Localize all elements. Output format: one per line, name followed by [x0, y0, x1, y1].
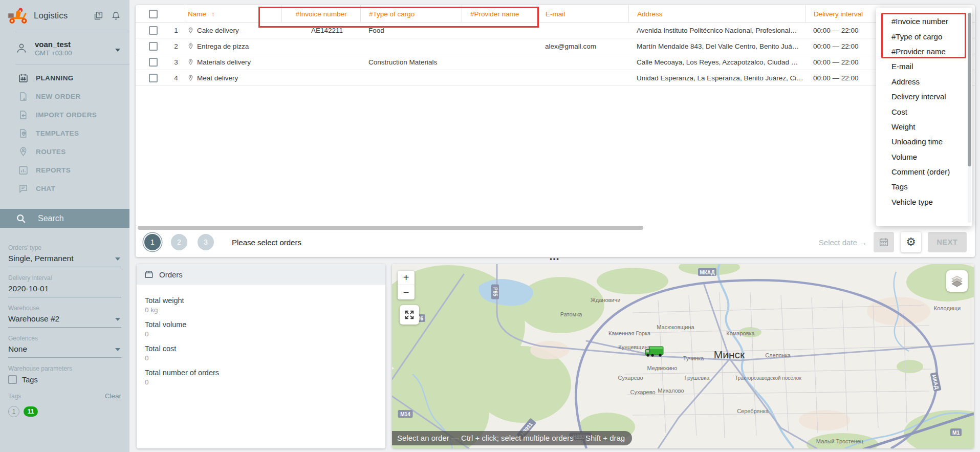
fullscreen-button[interactable] [400, 305, 419, 325]
help-faq-icon[interactable]: ? [92, 9, 105, 23]
filter-value-orders-type[interactable]: Single, Permanent [8, 251, 121, 267]
filter-selected-value: Warehouse #2 [8, 314, 59, 323]
menu-item-comment-order-[interactable]: Comment (order) [876, 164, 972, 179]
user-name: voan_test [35, 39, 72, 49]
package-icon [144, 269, 154, 279]
order-name-cell: Entrega de pizza [185, 42, 281, 50]
sidebar: Logistics ? voan_test GMT +03:00 PLANNIN [0, 0, 129, 452]
menu-item-weight[interactable]: Weight [876, 119, 972, 134]
menu-item-vehicle-type[interactable]: Vehicle type [876, 195, 972, 209]
sidebar-item-label: TEMPLATES [36, 130, 79, 137]
zoom-in-button[interactable]: + [398, 271, 415, 285]
table-row[interactable]: 2Entrega de pizzaalex@gmail.comMartín Me… [136, 38, 975, 54]
tags-clear-button[interactable]: Clear [105, 392, 121, 400]
map-layers-button[interactable] [946, 270, 968, 292]
map-label: Малый Тростенец [816, 438, 864, 444]
calendar-button[interactable] [874, 232, 894, 252]
row-checkbox[interactable] [149, 42, 158, 51]
column-header-email[interactable]: E-mail [537, 5, 628, 23]
tag-badge-1[interactable]: 1 [8, 406, 19, 417]
menu-item-delivery-interval[interactable]: Delivery interval [876, 89, 972, 104]
column-header-type-of-cargo[interactable]: #Type of cargo [360, 5, 462, 23]
search-input[interactable]: Search [38, 214, 64, 223]
search-bar[interactable]: Search [0, 209, 129, 228]
panel-resize-handle[interactable]: ••• [542, 255, 567, 263]
menu-item-e-mail[interactable]: E-mail [876, 59, 972, 74]
orders-summary-body: Total weight0 kgTotal volume0Total cost0… [137, 285, 385, 391]
filter-value-warehouse[interactable]: Warehouse #2 [8, 312, 121, 328]
doc-plus-icon [17, 91, 29, 102]
order-name: Materials delivery [197, 58, 251, 66]
location-pin-icon [187, 58, 194, 66]
brand-row: Logistics ? [0, 0, 129, 32]
orders-table-card: Name↑ #Invoice number #Type of cargo #Pr… [136, 5, 975, 257]
menu-item-volume[interactable]: Volume [876, 149, 972, 164]
column-header-address[interactable]: Address [628, 5, 805, 23]
step-1[interactable]: 1 [144, 234, 161, 250]
sidebar-item-planning[interactable]: PLANNING [0, 69, 129, 87]
stepper-row: 123 Please select orders Select date → ⚙… [136, 227, 975, 257]
menu-item-tags[interactable]: Tags [876, 179, 972, 194]
menu-item-unloading-time[interactable]: Unloading time [876, 134, 972, 149]
next-button[interactable]: NEXT [928, 232, 967, 252]
menu-item--type-of-cargo[interactable]: #Type of cargo [876, 29, 972, 44]
tags-checkbox-label: Tags [22, 376, 38, 384]
select-date-label: Select date → [819, 238, 867, 247]
filter-label-warehouse: Warehouse [8, 305, 121, 312]
tags-label: Tags [8, 393, 21, 400]
select-all-cell [136, 5, 167, 23]
step-2[interactable]: 2 [171, 234, 187, 250]
step-3[interactable]: 3 [198, 234, 214, 250]
orders-summary-card: Orders Total weight0 kgTotal volume0Tota… [137, 264, 385, 448]
sort-asc-icon[interactable]: ↑ [211, 10, 215, 18]
menu-scrollbar-thumb[interactable] [968, 13, 971, 166]
map-label: Комаровка [726, 330, 755, 336]
row-number: 3 [167, 58, 185, 66]
zoom-out-button[interactable]: − [398, 285, 415, 299]
table-row[interactable]: 3Materials deliveryConstruction Material… [136, 54, 975, 70]
filter-value-delivery-interval[interactable]: 2020-10-01 [8, 282, 121, 297]
tag-badge-11[interactable]: 11 [24, 406, 38, 417]
sidebar-item-label: ROUTES [36, 148, 66, 156]
svg-text:МКАД: МКАД [700, 270, 714, 275]
map-label: Тракторозаводской посёлок [735, 375, 801, 381]
tags-checkbox[interactable] [8, 375, 17, 384]
menu-item--provider-name[interactable]: #Provider name [876, 44, 972, 59]
location-pin-icon [187, 42, 194, 50]
map-label: Тучинка [683, 355, 705, 361]
user-row[interactable]: voan_test GMT +03:00 [0, 32, 129, 64]
notifications-bell-icon[interactable] [109, 9, 122, 23]
row-checkbox[interactable] [149, 26, 158, 35]
menu-item-address[interactable]: Address [876, 74, 972, 89]
sidebar-item-reports[interactable]: REPORTS [0, 161, 129, 179]
filter-value-geofences[interactable]: None [8, 342, 121, 358]
filter-selected-value: None [8, 345, 27, 353]
svg-text:Р65: Р65 [492, 287, 498, 296]
table-row[interactable]: 4Meat deliveryUnidad Esperanza, La Esper… [136, 70, 975, 86]
map-canvas[interactable]: М6Р65МКАДМКАДМ14Н8931Н8931М1 РатомкаЖдан… [392, 264, 974, 448]
bar-chart-icon [17, 164, 29, 176]
column-header-provider-name[interactable]: #Provider name [462, 5, 537, 23]
select-all-checkbox[interactable] [149, 10, 158, 18]
column-header-invoice-number[interactable]: #Invoice number [281, 5, 360, 23]
chevron-down-icon [115, 348, 120, 351]
column-header-name[interactable]: Name↑ [185, 5, 281, 23]
sidebar-item-new-order[interactable]: NEW ORDER [0, 87, 129, 105]
sidebar-item-templates[interactable]: TEMPLATES [0, 124, 129, 142]
stepper: 123 [144, 234, 224, 250]
row-checkbox[interactable] [149, 74, 158, 82]
row-checkbox-cell [136, 58, 167, 67]
sidebar-item-import-orders[interactable]: IMPORT ORDERS [0, 105, 129, 124]
menu-item-cost[interactable]: Cost [876, 104, 972, 119]
user-menu-caret-icon[interactable] [115, 49, 120, 52]
filter-label-orders-type: Orders' type [8, 244, 121, 251]
settings-gear-button[interactable]: ⚙ [901, 232, 921, 252]
user-timezone: GMT +03:00 [35, 49, 72, 57]
menu-item--invoice-number[interactable]: #Invoice number [876, 14, 972, 29]
sidebar-item-chat[interactable]: CHAT [0, 179, 129, 198]
table-row[interactable]: 1Cake deliveryAE142211FoodAvenida Instit… [136, 23, 975, 38]
sidebar-item-routes[interactable]: ROUTES [0, 142, 129, 161]
order-name-cell: Cake delivery [185, 27, 281, 34]
row-checkbox[interactable] [149, 58, 158, 67]
map-selection-hint: Select an order — Ctrl + click; select m… [392, 431, 632, 445]
